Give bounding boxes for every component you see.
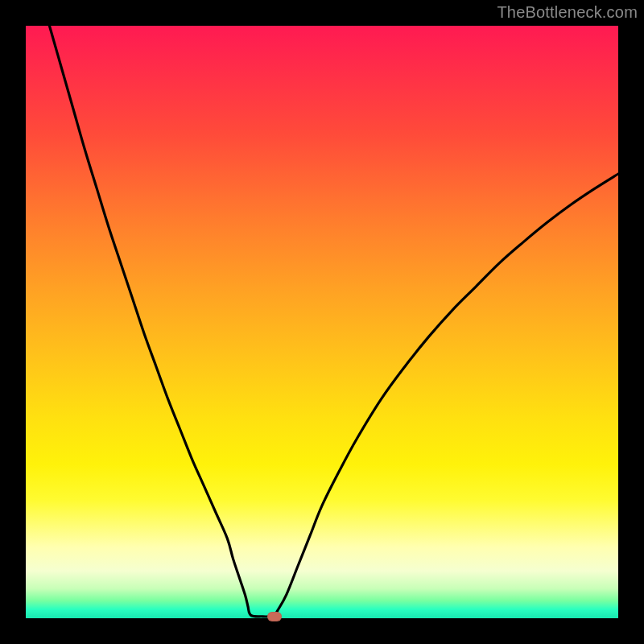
watermark-text: TheBottleneck.com	[497, 3, 638, 22]
chart-plot-area	[26, 26, 618, 618]
chart-frame: TheBottleneck.com	[0, 0, 644, 644]
bottleneck-curve	[49, 26, 618, 617]
minimum-marker	[267, 612, 282, 621]
curve-svg	[26, 26, 618, 618]
